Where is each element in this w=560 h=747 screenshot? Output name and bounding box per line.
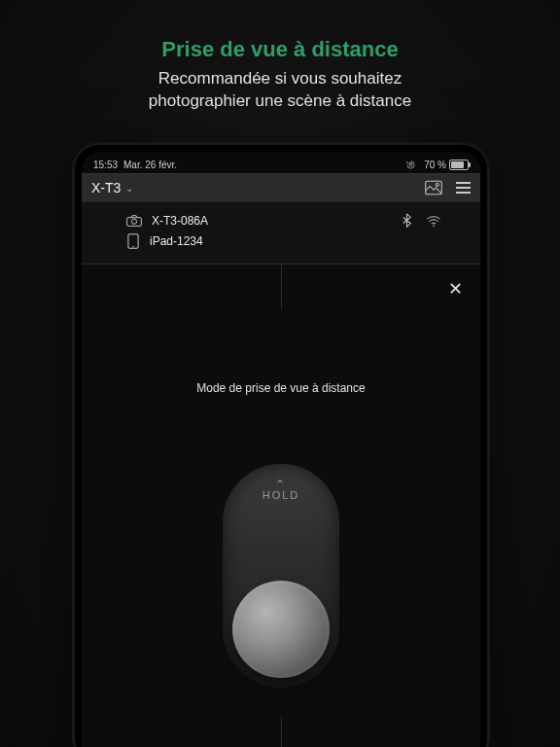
tablet-icon (126, 233, 140, 249)
svg-point-5 (433, 225, 435, 227)
status-time: 15:53 (93, 160, 118, 170)
svg-point-4 (131, 219, 136, 224)
gallery-button[interactable] (425, 180, 442, 196)
remote-panel: ✕ Mode de prise de vue à distance ⌃ HOLD (82, 264, 480, 747)
mode-label: Mode de prise de vue à distance (82, 381, 480, 395)
camera-name: X-T3-086A (152, 214, 208, 228)
feature-subhead: Recommandée si vous souhaitez photograph… (0, 68, 560, 113)
panel-divider-top (281, 265, 282, 309)
subhead-line-2: photographier une scène à distance (149, 91, 411, 110)
orientation-lock-icon (405, 160, 416, 170)
battery-indicator: 70 % (424, 160, 469, 170)
battery-text: 70 % (424, 160, 446, 170)
svg-point-7 (132, 246, 133, 247)
status-bar: 15:53 Mar. 26 févr. 70 % (82, 152, 480, 173)
camera-selector[interactable]: X-T3 ⌄ (91, 180, 133, 196)
camera-selector-label: X-T3 (91, 180, 121, 196)
device-row: iPad-1234 (91, 231, 471, 252)
device-name: iPad-1234 (150, 234, 203, 248)
battery-icon (449, 160, 469, 170)
camera-row: X-T3-086A (91, 210, 471, 231)
subhead-line-1: Recommandée si vous souhaitez (158, 69, 402, 88)
svg-point-2 (436, 184, 438, 187)
app-top-bar: X-T3 ⌄ (82, 173, 480, 202)
shutter-capsule: ⌃ HOLD (223, 464, 339, 688)
menu-button[interactable] (456, 182, 471, 194)
shutter-button[interactable] (232, 581, 330, 678)
connection-status: X-T3-086A (82, 202, 480, 264)
chevron-down-icon: ⌄ (125, 183, 133, 194)
feature-headline: Prise de vue à distance (0, 37, 560, 62)
status-date: Mar. 26 févr. (123, 160, 177, 170)
camera-icon (126, 215, 142, 227)
panel-divider-bottom (281, 717, 282, 747)
wifi-icon (426, 215, 441, 227)
tablet-screen: 15:53 Mar. 26 févr. 70 % X-T3 (82, 152, 480, 747)
bluetooth-icon (402, 213, 412, 228)
tablet-frame: 15:53 Mar. 26 févr. 70 % X-T3 (72, 142, 490, 747)
svg-rect-0 (409, 163, 412, 165)
hold-label: HOLD (262, 489, 300, 501)
close-button[interactable]: ✕ (448, 278, 463, 300)
